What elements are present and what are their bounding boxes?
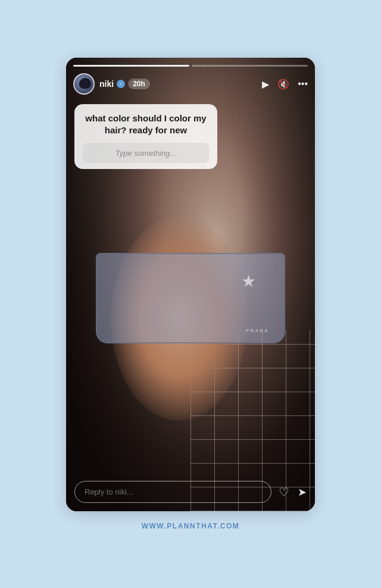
- play-icon[interactable]: ▶: [262, 79, 269, 90]
- verified-icon: ✓: [117, 80, 125, 88]
- question-box: what color should I color my hair? ready…: [74, 104, 217, 169]
- sunglasses-shape: [96, 253, 285, 343]
- time-badge: 20h: [128, 79, 150, 89]
- username-row: niki ✓ 20h: [99, 79, 257, 89]
- answer-placeholder: Type something...: [115, 149, 176, 158]
- top-right-icons: ▶ 🔇 •••: [262, 79, 308, 90]
- more-icon[interactable]: •••: [298, 79, 308, 89]
- story-card: niki ✓ 20h ▶ 🔇 ••• what color should I c…: [66, 58, 315, 511]
- send-icon[interactable]: ➤: [298, 486, 307, 499]
- progress-bar-row: [73, 65, 308, 67]
- sunglasses: [96, 253, 285, 343]
- story-top-bar: niki ✓ 20h ▶ 🔇 •••: [73, 73, 308, 95]
- progress-seg-1: [73, 65, 189, 67]
- answer-input-area[interactable]: Type something...: [83, 143, 209, 163]
- reply-input[interactable]: [74, 481, 271, 503]
- page-wrapper: niki ✓ 20h ▶ 🔇 ••• what color should I c…: [0, 0, 381, 588]
- question-text: what color should I color my hair? ready…: [83, 112, 209, 137]
- mute-icon[interactable]: 🔇: [277, 79, 289, 90]
- heart-icon[interactable]: ♡: [279, 485, 289, 499]
- watermark: WWW.PLANNTHAT.COM: [142, 522, 240, 530]
- story-bottom-bar: ♡ ➤: [74, 481, 307, 503]
- progress-seg-2: [192, 65, 308, 67]
- bottom-icons: ♡ ➤: [279, 485, 307, 499]
- username-text: niki: [99, 79, 114, 89]
- avatar[interactable]: [73, 73, 95, 95]
